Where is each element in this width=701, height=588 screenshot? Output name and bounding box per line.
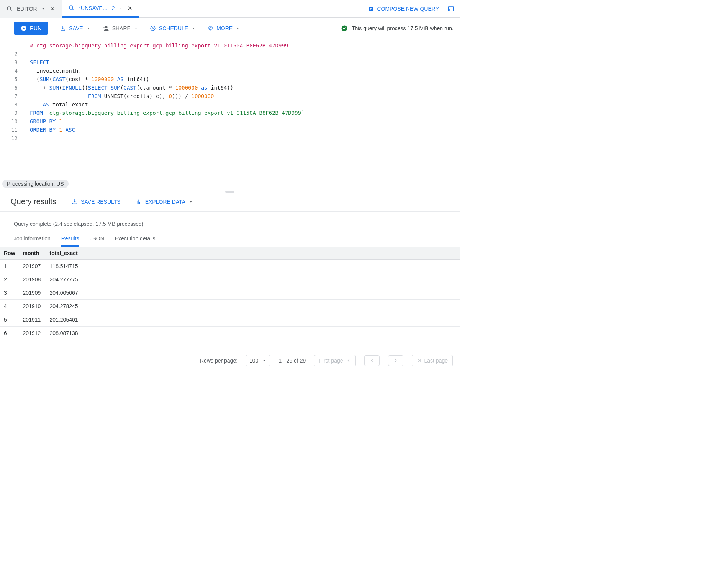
prev-page-button[interactable]	[364, 355, 380, 366]
svg-point-14	[105, 26, 107, 28]
schedule-button[interactable]: SCHEDULE	[150, 25, 196, 31]
explore-data-button[interactable]: EXPLORE DATA	[136, 199, 193, 205]
chevron-right-icon	[393, 358, 398, 363]
run-button[interactable]: RUN	[14, 22, 48, 35]
last-page-button[interactable]: Last page	[412, 355, 453, 366]
chevron-down-icon	[236, 26, 240, 31]
clock-icon	[150, 25, 156, 31]
svg-rect-13	[61, 29, 65, 31]
svg-rect-9	[448, 7, 454, 11]
col-spacer	[88, 247, 460, 260]
tab-editor[interactable]: EDITOR	[0, 0, 62, 18]
tab-editor-label: EDITOR	[17, 6, 37, 12]
download-icon	[72, 199, 78, 205]
tab-unsaved[interactable]: *UNSAVE… 2	[62, 0, 140, 18]
pagination: Rows per page: 100 1 - 29 of 29 First pa…	[0, 348, 460, 369]
chevron-left-icon	[369, 358, 375, 363]
results-header: Query results SAVE RESULTS EXPLORE DATA	[0, 193, 460, 212]
rows-value: 100	[249, 358, 258, 364]
chevron-down-icon	[134, 26, 138, 31]
chevron-down-icon	[188, 199, 193, 204]
more-label: MORE	[216, 25, 233, 31]
tab-results[interactable]: Results	[61, 233, 79, 247]
drag-handle[interactable]	[0, 190, 460, 193]
close-icon[interactable]	[127, 5, 133, 11]
tabs-bar: EDITOR *UNSAVE… 2 COMPOSE NEW QUERY	[0, 0, 460, 18]
gear-icon	[207, 25, 213, 31]
svg-point-17	[341, 25, 347, 31]
save-icon	[60, 25, 66, 31]
chevron-down-icon	[191, 26, 196, 31]
query-icon	[68, 5, 75, 11]
tab-job-information[interactable]: Job information	[14, 233, 51, 247]
table-row: 6201912208.087138	[0, 327, 460, 340]
processing-location-badge: Processing location: US	[2, 180, 69, 188]
first-page-label: First page	[319, 358, 343, 364]
last-page-label: Last page	[424, 358, 448, 364]
code-area[interactable]: # ctg-storage.bigquery_billing_export.gc…	[23, 39, 460, 190]
result-tabs: Job information Results JSON Execution d…	[0, 232, 460, 247]
chevron-down-icon[interactable]	[41, 7, 46, 11]
query-icon	[6, 5, 13, 12]
rows-per-page-select[interactable]: 100	[246, 355, 270, 366]
table-row: 2201908204.277775	[0, 273, 460, 286]
query-status: This query will process 17.5 MiB when ru…	[341, 25, 457, 32]
tab-unsaved-count: 2	[112, 5, 115, 11]
close-icon[interactable]	[49, 6, 56, 12]
share-button[interactable]: SHARE	[102, 25, 138, 32]
pagination-range: 1 - 29 of 29	[278, 358, 306, 364]
save-results-button[interactable]: SAVE RESULTS	[72, 199, 121, 205]
person-add-icon	[102, 25, 109, 32]
svg-line-5	[72, 9, 74, 10]
run-label: RUN	[30, 25, 41, 31]
tab-unsaved-label: *UNSAVE…	[79, 5, 108, 11]
col-total-exact: total_exact	[46, 247, 88, 260]
last-page-icon	[417, 358, 422, 363]
save-button[interactable]: SAVE	[60, 25, 90, 31]
svg-point-4	[69, 6, 73, 9]
chevron-down-icon[interactable]	[118, 6, 123, 10]
tab-execution-details[interactable]: Execution details	[115, 233, 156, 247]
share-label: SHARE	[112, 25, 131, 31]
results-title: Query results	[11, 197, 56, 206]
line-gutter: 123456789101112	[0, 39, 23, 190]
col-month: month	[19, 247, 46, 260]
chart-icon	[136, 199, 142, 205]
save-results-label: SAVE RESULTS	[81, 199, 121, 205]
first-page-button[interactable]: First page	[314, 355, 355, 366]
save-label: SAVE	[69, 25, 83, 31]
more-button[interactable]: MORE	[207, 25, 240, 31]
svg-point-0	[7, 7, 11, 10]
table-row: 5201911201.205401	[0, 313, 460, 327]
check-circle-icon	[341, 25, 348, 32]
chevron-down-icon	[86, 26, 91, 31]
explore-data-label: EXPLORE DATA	[145, 199, 185, 205]
next-page-button[interactable]	[388, 355, 403, 366]
sql-editor[interactable]: 123456789101112 # ctg-storage.bigquery_b…	[0, 39, 460, 190]
status-text: This query will process 17.5 MiB when ru…	[352, 25, 454, 31]
first-page-icon	[346, 358, 351, 363]
tab-json[interactable]: JSON	[90, 233, 104, 247]
table-row: 4201910204.278245	[0, 300, 460, 313]
compose-new-query-button[interactable]: COMPOSE NEW QUERY	[362, 6, 445, 12]
plus-box-icon	[368, 6, 374, 12]
query-complete-text: Query complete (2.4 sec elapsed, 17.5 MB…	[0, 212, 460, 232]
col-row: Row	[0, 247, 19, 260]
table-row: 3201909204.005067	[0, 286, 460, 300]
table-row: 1201907118.514715	[0, 260, 460, 273]
schedule-label: SCHEDULE	[159, 25, 188, 31]
svg-point-16	[210, 28, 211, 29]
compose-label: COMPOSE NEW QUERY	[377, 6, 439, 12]
toolbar: RUN SAVE SHARE SCHEDULE MORE	[0, 18, 460, 39]
side-panel-icon[interactable]	[445, 5, 460, 12]
results-table: Row month total_exact 1201907118.5147152…	[0, 247, 460, 340]
rows-per-page-label: Rows per page:	[200, 358, 237, 364]
play-icon	[21, 25, 27, 31]
svg-line-1	[10, 10, 12, 11]
chevron-down-icon	[262, 358, 267, 363]
